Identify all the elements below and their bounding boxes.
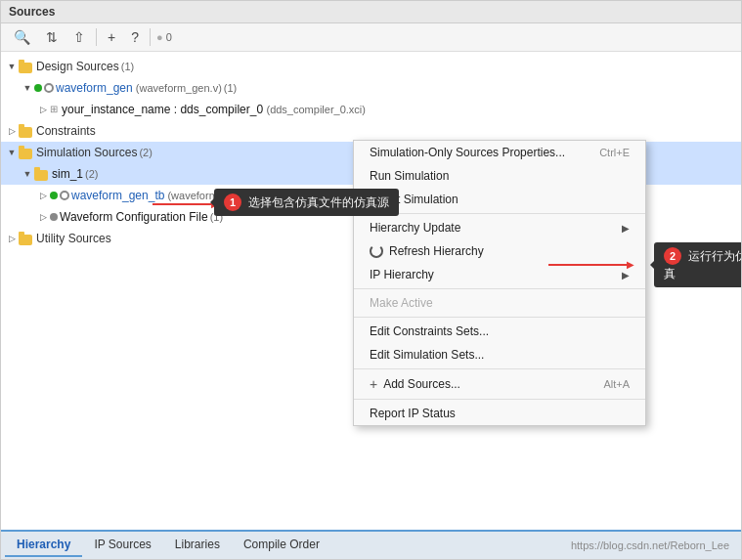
- wc-label: Waveform Configuration File: [60, 208, 208, 226]
- design-sources-label: Design Sources: [36, 58, 119, 75]
- tb-green-dot: [50, 192, 58, 199]
- ctx-make-active: Make Active: [354, 291, 645, 315]
- design-sources-folder-icon: [19, 63, 32, 73]
- add-button[interactable]: +: [103, 26, 120, 48]
- waveform-gen-count: (1): [224, 79, 237, 97]
- tab-libraries[interactable]: Libraries: [163, 534, 232, 557]
- ctx-run-simulation[interactable]: Run Simulation: [354, 164, 645, 188]
- ctx-hierarchy-label: Hierarchy Update: [370, 221, 460, 235]
- badge-1: 1: [224, 194, 241, 211]
- ctx-hierarchy-update[interactable]: Hierarchy Update ▶: [354, 216, 645, 239]
- ctx-add-sources-shortcut: Alt+A: [603, 378, 630, 390]
- tb-gear-icon: [60, 191, 69, 200]
- waveform-gen-green-dot: [34, 84, 42, 92]
- constraints-label: Constraints: [36, 122, 96, 140]
- ctx-sep-5: [354, 399, 645, 400]
- ctx-edit-simulation[interactable]: Edit Simulation Sets...: [354, 343, 645, 366]
- help-button[interactable]: ?: [126, 26, 144, 48]
- ctx-refresh-label: Refresh Hierarchy: [389, 244, 484, 258]
- ctx-add-sources[interactable]: + Add Sources... Alt+A: [354, 371, 645, 397]
- constraints-row[interactable]: ▷ Constraints: [1, 120, 741, 142]
- tooltip-1: 1 选择包含仿真文件的仿真源: [214, 189, 399, 216]
- tab-url: https://blog.csdn.net/Reborn_Lee: [571, 539, 737, 551]
- ctx-make-active-label: Make Active: [370, 296, 433, 310]
- ctx-sep-2: [354, 288, 645, 289]
- toolbar-count: ● 0: [156, 31, 172, 43]
- main-content: ▼ Design Sources (1) ▼ waveform_gen (wav…: [1, 52, 741, 530]
- toolbar: 🔍 ⇅ ⇧ + ? ● 0: [1, 23, 741, 52]
- design-sources-row[interactable]: ▼ Design Sources (1): [1, 56, 741, 77]
- bottom-tabs: Hierarchy IP Sources Libraries Compile O…: [1, 530, 741, 559]
- ctx-run-label: Run Simulation: [370, 169, 449, 183]
- panel-title: Sources: [9, 5, 55, 19]
- sim-sources-folder-icon: [19, 149, 32, 159]
- sim1-count: (2): [85, 165, 98, 183]
- ctx-report-ip-label: Report IP Status: [370, 407, 456, 420]
- tab-hierarchy[interactable]: Hierarchy: [5, 534, 82, 557]
- instance-label: your_instance_name : dds_compiler_0 (dds…: [62, 101, 366, 118]
- sim1-arrow[interactable]: ▼: [21, 165, 34, 183]
- sources-panel: Sources 🔍 ⇅ ⇧ + ? ● 0 ▼ Design Sources (…: [0, 0, 742, 560]
- waveform-gen-gear-icon: [44, 83, 54, 93]
- utility-folder-icon: [19, 235, 32, 245]
- ctx-ip-arrow: ▶: [622, 270, 630, 280]
- instance-bracket-icon: ⊞: [50, 101, 58, 118]
- ctx-plus-icon: +: [370, 376, 377, 392]
- tb-arrow[interactable]: ▷: [36, 187, 50, 204]
- constraints-arrow[interactable]: ▷: [5, 122, 19, 140]
- ctx-hierarchy-arrow: ▶: [622, 223, 630, 234]
- tooltip-1-text: 选择包含仿真文件的仿真源: [248, 195, 389, 209]
- utility-arrow[interactable]: ▷: [5, 230, 19, 247]
- ctx-report-ip[interactable]: Report IP Status: [354, 402, 645, 425]
- ctx-sim-only-label: Simulation-Only Sources Properties...: [370, 146, 565, 159]
- sort-button[interactable]: ⇅: [41, 26, 63, 48]
- title-bar: Sources: [1, 1, 741, 23]
- tab-compile-order[interactable]: Compile Order: [232, 534, 331, 557]
- search-button[interactable]: 🔍: [9, 26, 35, 48]
- red-arrow-1: [153, 203, 211, 205]
- ctx-edit-constraints[interactable]: Edit Constraints Sets...: [354, 320, 645, 343]
- sim-sources-arrow[interactable]: ▼: [5, 144, 19, 161]
- toolbar-separator: [96, 28, 97, 46]
- ctx-add-sources-label: Add Sources...: [383, 377, 460, 391]
- toolbar-separator-2: [150, 28, 151, 46]
- ctx-ip-hierarchy[interactable]: IP Hierarchy ▶: [354, 263, 645, 286]
- utility-label: Utility Sources: [36, 230, 111, 247]
- waveform-gen-label: waveform_gen: [56, 79, 133, 97]
- instance-row[interactable]: ▷ ⊞ your_instance_name : dds_compiler_0 …: [1, 99, 741, 120]
- ctx-sim-only-shortcut: Ctrl+E: [599, 147, 630, 158]
- tb-label: waveform_gen_tb: [71, 187, 164, 204]
- waveform-gen-row[interactable]: ▼ waveform_gen (waveform_gen.v) (1): [1, 77, 741, 99]
- wc-gray-dot: [50, 213, 58, 221]
- filter-button[interactable]: ⇧: [68, 26, 90, 48]
- constraints-folder-icon: [19, 127, 32, 138]
- ctx-edit-simulation-label: Edit Simulation Sets...: [370, 348, 484, 362]
- sim1-label: sim_1: [52, 165, 83, 183]
- design-sources-arrow[interactable]: ▼: [5, 58, 19, 75]
- ctx-edit-constraints-label: Edit Constraints Sets...: [370, 324, 489, 338]
- ctx-sep-3: [354, 317, 645, 318]
- design-sources-count: (1): [121, 58, 134, 75]
- ctx-ip-label: IP Hierarchy: [370, 268, 434, 281]
- sim-sources-label: Simulation Sources: [36, 144, 137, 161]
- badge-2: 2: [664, 247, 681, 265]
- ctx-sep-4: [354, 368, 645, 369]
- red-arrow-2: [548, 264, 627, 266]
- waveform-gen-sublabel: (waveform_gen.v): [133, 79, 222, 97]
- wc-arrow[interactable]: ▷: [36, 208, 50, 226]
- context-menu: Simulation-Only Sources Properties... Ct…: [353, 140, 646, 426]
- tab-ip-sources[interactable]: IP Sources: [82, 534, 162, 557]
- sim-sources-count: (2): [139, 144, 152, 161]
- ctx-refresh-hierarchy[interactable]: Refresh Hierarchy: [354, 239, 645, 263]
- ctx-sim-only-props[interactable]: Simulation-Only Sources Properties... Ct…: [354, 141, 645, 164]
- instance-arrow[interactable]: ▷: [36, 101, 50, 118]
- waveform-gen-arrow[interactable]: ▼: [21, 79, 34, 97]
- ctx-refresh-icon: [370, 244, 383, 258]
- tooltip-2: 2 运行行为仿真: [654, 242, 741, 287]
- sim1-folder-icon: [34, 170, 48, 181]
